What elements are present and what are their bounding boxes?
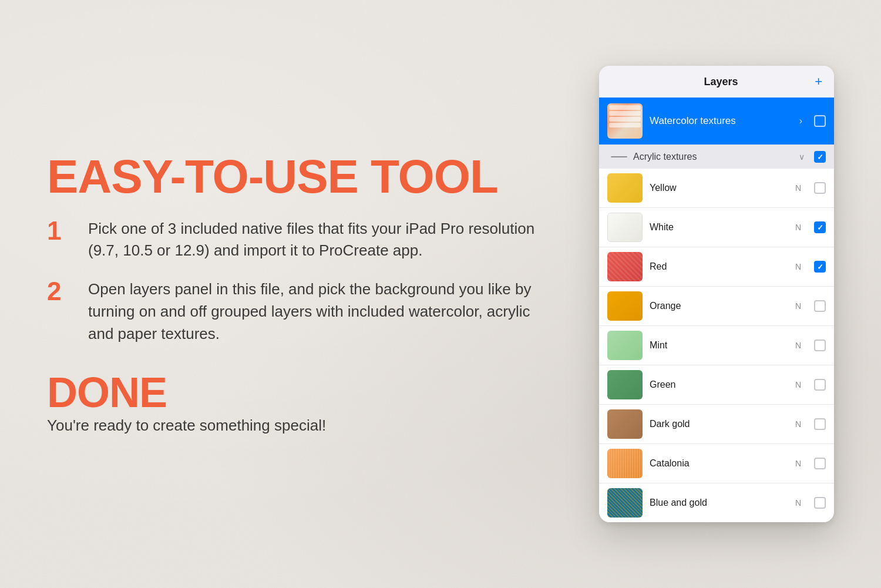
chevron-down-icon: ∨ bbox=[799, 152, 805, 162]
step-2-number: 2 bbox=[47, 278, 75, 304]
layer-row-darkgold[interactable]: Dark gold N bbox=[599, 405, 834, 444]
checkbox-yellow[interactable] bbox=[814, 182, 826, 194]
checkbox-catalonia[interactable] bbox=[814, 458, 826, 469]
swatch-red bbox=[607, 252, 643, 281]
layer-mode-catalonia: N bbox=[795, 459, 801, 468]
swatch-mint bbox=[607, 331, 643, 360]
layer-mode-yellow: N bbox=[795, 183, 801, 193]
checkbox-mint[interactable] bbox=[814, 340, 826, 351]
layer-list: Yellow N White N Red N bbox=[599, 169, 834, 522]
step-2-text: Open layers panel in this file, and pick… bbox=[88, 278, 540, 345]
checkbox-red[interactable] bbox=[814, 261, 826, 273]
done-title: DONE bbox=[47, 368, 540, 416]
thumb-line-1 bbox=[609, 105, 641, 110]
layer-row-blueandgold[interactable]: Blue and gold N bbox=[599, 483, 834, 522]
active-layer-thumbnail bbox=[607, 103, 643, 139]
done-subtitle: You're ready to create something special… bbox=[47, 416, 540, 435]
swatch-darkgold bbox=[607, 409, 643, 439]
swatch-blueandgold bbox=[607, 488, 643, 518]
swatch-green bbox=[607, 370, 643, 399]
layer-row-green[interactable]: Green N bbox=[599, 365, 834, 405]
left-panel: EASY-TO-USE TOOL 1 Pick one of 3 include… bbox=[0, 118, 587, 470]
swatch-yellow bbox=[607, 173, 643, 203]
layer-row-orange[interactable]: Orange N bbox=[599, 287, 834, 326]
active-layer-row[interactable]: Watercolor textures › bbox=[599, 98, 834, 145]
layer-row-yellow[interactable]: Yellow N bbox=[599, 169, 834, 208]
checkbox-blueandgold[interactable] bbox=[814, 497, 826, 509]
swatch-orange bbox=[607, 291, 643, 321]
done-section: DONE You're ready to create something sp… bbox=[47, 362, 540, 435]
layers-panel: Layers + Watercolor textures › bbox=[599, 66, 834, 522]
layers-header: Layers + bbox=[599, 66, 834, 98]
watercolor-thumbnail-art bbox=[607, 103, 643, 139]
step-1-number: 1 bbox=[47, 218, 75, 244]
layer-mode-red: N bbox=[795, 262, 801, 271]
layer-name-blueandgold: Blue and gold bbox=[650, 498, 788, 508]
step-2: 2 Open layers panel in this file, and pi… bbox=[47, 278, 540, 345]
layer-name-orange: Orange bbox=[650, 301, 788, 311]
layer-name-green: Green bbox=[650, 379, 788, 390]
thumb-line-2 bbox=[609, 111, 641, 116]
right-panel: Layers + Watercolor textures › bbox=[587, 66, 846, 522]
thumb-line-3 bbox=[609, 117, 641, 122]
layer-row-white[interactable]: White N bbox=[599, 208, 834, 247]
chevron-right-icon: › bbox=[799, 116, 802, 126]
layers-panel-title: Layers bbox=[627, 76, 815, 88]
layer-mode-white: N bbox=[795, 223, 801, 232]
step-1: 1 Pick one of 3 included native files th… bbox=[47, 218, 540, 262]
group-line-icon bbox=[611, 156, 627, 157]
layer-mode-blueandgold: N bbox=[795, 498, 801, 508]
active-layer-checkbox[interactable] bbox=[814, 115, 826, 127]
layer-row-mint[interactable]: Mint N bbox=[599, 326, 834, 365]
thumb-line-4 bbox=[609, 123, 641, 127]
group-name-label: Acrylic textures bbox=[633, 152, 793, 162]
acrylic-group-header[interactable]: Acrylic textures ∨ bbox=[599, 145, 834, 169]
layer-name-catalonia: Catalonia bbox=[650, 458, 788, 469]
group-checkbox[interactable] bbox=[814, 151, 826, 163]
content-wrapper: EASY-TO-USE TOOL 1 Pick one of 3 include… bbox=[0, 0, 881, 588]
checkbox-green[interactable] bbox=[814, 379, 826, 391]
layer-mode-mint: N bbox=[795, 341, 801, 350]
main-title: EASY-TO-USE TOOL bbox=[47, 153, 540, 200]
checkbox-white[interactable] bbox=[814, 221, 826, 233]
layer-name-red: Red bbox=[650, 261, 788, 272]
swatch-catalonia bbox=[607, 449, 643, 478]
layer-name-yellow: Yellow bbox=[650, 183, 788, 193]
active-layer-name: Watercolor textures bbox=[650, 115, 792, 127]
layer-name-mint: Mint bbox=[650, 340, 788, 351]
checkbox-darkgold[interactable] bbox=[814, 418, 826, 430]
swatch-white bbox=[607, 213, 643, 242]
layer-mode-darkgold: N bbox=[795, 419, 801, 429]
checkbox-orange[interactable] bbox=[814, 300, 826, 312]
step-1-text: Pick one of 3 included native files that… bbox=[88, 218, 540, 262]
add-layer-button[interactable]: + bbox=[815, 75, 822, 88]
steps-container: 1 Pick one of 3 included native files th… bbox=[47, 218, 540, 345]
layer-name-white: White bbox=[650, 222, 788, 233]
layer-mode-orange: N bbox=[795, 301, 801, 311]
layer-mode-green: N bbox=[795, 380, 801, 389]
layer-row-red[interactable]: Red N bbox=[599, 247, 834, 287]
layer-name-darkgold: Dark gold bbox=[650, 419, 788, 429]
layer-row-catalonia[interactable]: Catalonia N bbox=[599, 444, 834, 483]
